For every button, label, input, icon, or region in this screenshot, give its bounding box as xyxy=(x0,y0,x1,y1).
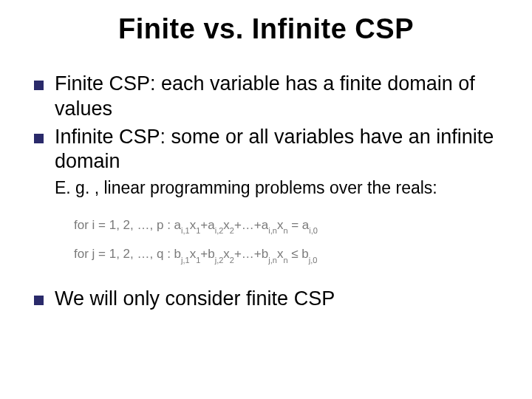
t: +…+a xyxy=(234,218,268,232)
t: x xyxy=(223,247,230,261)
s: i,1 xyxy=(181,226,190,235)
s: j,1 xyxy=(181,256,190,265)
bullet-finite: Finite CSP: each variable has a finite d… xyxy=(30,72,502,122)
t: for j = 1, 2, …, q : b xyxy=(74,247,181,261)
bullet-conclusion: We will only consider finite CSP xyxy=(30,287,502,312)
t: x xyxy=(190,247,197,261)
t: ≤ b xyxy=(288,247,309,261)
s: i,n xyxy=(268,226,277,235)
t: +b xyxy=(200,247,214,261)
s: 1 xyxy=(196,226,200,235)
s: 2 xyxy=(230,226,234,235)
slide: Finite vs. Infinite CSP Finite CSP: each… xyxy=(0,0,532,399)
t: +a xyxy=(200,218,214,232)
s: j,0 xyxy=(309,256,318,265)
s: n xyxy=(283,226,287,235)
t: x xyxy=(190,218,197,232)
s: n xyxy=(283,256,287,265)
t: for i = 1, 2, …, p : a xyxy=(74,218,181,232)
example-text: E. g. , linear programming problems over… xyxy=(30,177,502,199)
s: i,2 xyxy=(215,226,224,235)
formula-line-1: for i = 1, 2, …, p : ai,1x1+ai,2x2+…+ai,… xyxy=(74,218,502,233)
formula-block: for i = 1, 2, …, p : ai,1x1+ai,2x2+…+ai,… xyxy=(30,206,502,287)
formula-text: for i = 1, 2, …, p : ai,1x1+ai,2x2+…+ai,… xyxy=(74,218,318,233)
t: +…+b xyxy=(234,247,268,261)
t: x xyxy=(223,218,230,232)
bullet-infinite: Infinite CSP: some or all variables have… xyxy=(30,125,502,175)
s: j,n xyxy=(268,256,277,265)
s: 2 xyxy=(230,256,234,265)
s: i,0 xyxy=(309,226,318,235)
page-title: Finite vs. Infinite CSP xyxy=(30,13,502,45)
bullet-list: Finite CSP: each variable has a finite d… xyxy=(30,72,502,174)
formula-line-2: for j = 1, 2, …, q : bj,1x1+bj,2x2+…+bj,… xyxy=(74,247,502,262)
s: j,2 xyxy=(215,256,224,265)
bullet-list-2: We will only consider finite CSP xyxy=(30,287,502,312)
formula-text: for j = 1, 2, …, q : bj,1x1+bj,2x2+…+bj,… xyxy=(74,247,317,262)
s: 1 xyxy=(196,256,200,265)
t: = a xyxy=(288,218,310,232)
